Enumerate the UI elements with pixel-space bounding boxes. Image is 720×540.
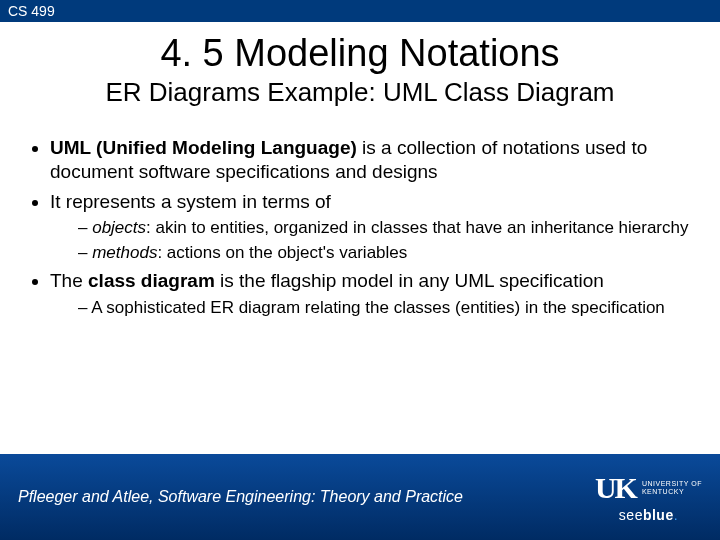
bullet-item: It represents a system in terms of objec…	[50, 190, 700, 263]
bullet-text: The	[50, 270, 88, 291]
tagline: seeblue.	[619, 507, 678, 523]
logo-row: UK UNIVERSITY OF KENTUCKY	[595, 471, 702, 505]
sub-bullet-em: methods	[92, 243, 157, 262]
footer-credit: Pfleeger and Atlee, Software Engineering…	[18, 488, 463, 506]
course-code: CS 499	[8, 3, 55, 19]
sub-bullet-list: objects: akin to entities, organized in …	[50, 217, 700, 263]
slide-title: 4. 5 Modeling Notations	[0, 32, 720, 75]
bullet-text: is the flagship model in any UML specifi…	[215, 270, 604, 291]
logo-text: UNIVERSITY OF KENTUCKY	[642, 480, 702, 495]
tagline-dot: .	[674, 507, 678, 523]
course-bar: CS 499	[0, 0, 720, 22]
sub-bullet-list: A sophisticated ER diagram relating the …	[50, 297, 700, 318]
sub-bullet-text: A sophisticated ER diagram relating the …	[91, 298, 665, 317]
university-logo: UK UNIVERSITY OF KENTUCKY seeblue.	[595, 471, 702, 523]
bullet-item: The class diagram is the flagship model …	[50, 269, 700, 318]
bullet-bold: class diagram	[88, 270, 215, 291]
bullet-bold: UML (Unified Modeling Language)	[50, 137, 357, 158]
footer-bar: Pfleeger and Atlee, Software Engineering…	[0, 454, 720, 540]
sub-bullet-text: : actions on the object's variables	[157, 243, 407, 262]
slide-subtitle: ER Diagrams Example: UML Class Diagram	[0, 77, 720, 108]
tagline-see: see	[619, 507, 643, 523]
bullet-list: UML (Unified Modeling Language) is a col…	[20, 136, 700, 318]
tagline-blue: blue	[643, 507, 674, 523]
bullet-item: UML (Unified Modeling Language) is a col…	[50, 136, 700, 184]
sub-bullet-em: objects	[92, 218, 146, 237]
slide: CS 499 4. 5 Modeling Notations ER Diagra…	[0, 0, 720, 540]
slide-body: UML (Unified Modeling Language) is a col…	[0, 108, 720, 454]
logo-line2: KENTUCKY	[642, 488, 684, 495]
logo-mark: UK	[595, 471, 636, 505]
sub-bullet-item: methods: actions on the object's variabl…	[78, 242, 700, 263]
sub-bullet-text: : akin to entities, organized in classes…	[146, 218, 688, 237]
sub-bullet-item: A sophisticated ER diagram relating the …	[78, 297, 700, 318]
bullet-text: It represents a system in terms of	[50, 191, 331, 212]
sub-bullet-item: objects: akin to entities, organized in …	[78, 217, 700, 238]
logo-line1: UNIVERSITY OF	[642, 480, 702, 487]
